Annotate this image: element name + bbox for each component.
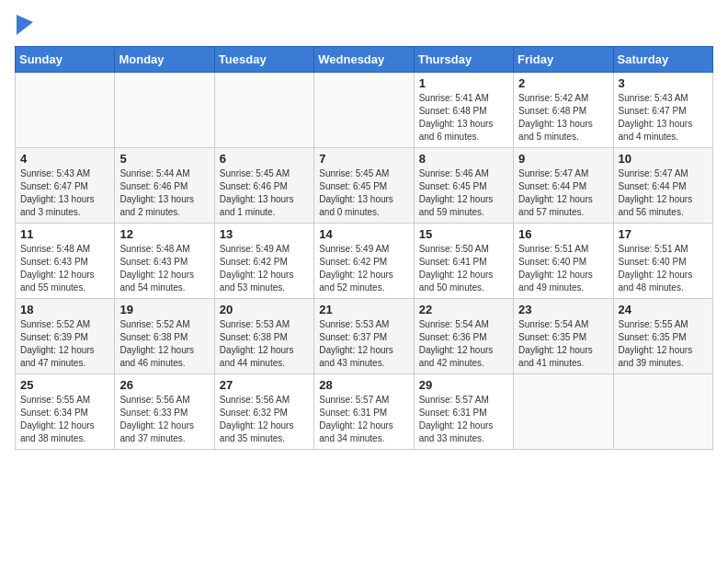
day-number: 15 xyxy=(419,227,508,241)
day-number: 1 xyxy=(419,76,508,90)
day-info: Sunrise: 5:57 AM Sunset: 6:31 PM Dayligh… xyxy=(319,394,408,445)
day-info: Sunrise: 5:55 AM Sunset: 6:34 PM Dayligh… xyxy=(20,394,109,445)
day-info: Sunrise: 5:51 AM Sunset: 6:40 PM Dayligh… xyxy=(518,243,608,294)
day-number: 26 xyxy=(119,378,209,392)
day-info: Sunrise: 5:46 AM Sunset: 6:45 PM Dayligh… xyxy=(419,167,508,219)
page-header xyxy=(15,15,713,35)
calendar-cell: 9Sunrise: 5:47 AM Sunset: 6:44 PM Daylig… xyxy=(514,148,613,224)
day-number: 12 xyxy=(119,227,209,241)
day-number: 20 xyxy=(220,303,309,316)
day-number: 16 xyxy=(518,227,608,241)
day-info: Sunrise: 5:41 AM Sunset: 6:48 PM Dayligh… xyxy=(419,92,508,144)
day-info: Sunrise: 5:55 AM Sunset: 6:35 PM Dayligh… xyxy=(619,318,708,370)
calendar-header-row: SundayMondayTuesdayWednesdayThursdayFrid… xyxy=(16,47,713,73)
day-number: 24 xyxy=(619,303,708,316)
calendar-cell: 13Sunrise: 5:49 AM Sunset: 6:42 PM Dayli… xyxy=(214,224,313,299)
calendar-cell: 15Sunrise: 5:50 AM Sunset: 6:41 PM Dayli… xyxy=(414,224,513,299)
calendar-cell: 6Sunrise: 5:45 AM Sunset: 6:46 PM Daylig… xyxy=(214,148,313,224)
calendar-cell: 1Sunrise: 5:41 AM Sunset: 6:48 PM Daylig… xyxy=(414,73,513,148)
calendar-cell: 24Sunrise: 5:55 AM Sunset: 6:35 PM Dayli… xyxy=(613,299,712,374)
day-info: Sunrise: 5:47 AM Sunset: 6:44 PM Dayligh… xyxy=(518,167,608,219)
day-info: Sunrise: 5:53 AM Sunset: 6:37 PM Dayligh… xyxy=(319,318,408,370)
day-number: 10 xyxy=(619,152,708,166)
day-number: 7 xyxy=(319,152,408,166)
calendar-cell: 12Sunrise: 5:48 AM Sunset: 6:43 PM Dayli… xyxy=(115,224,214,299)
day-info: Sunrise: 5:42 AM Sunset: 6:48 PM Dayligh… xyxy=(518,92,608,144)
day-number: 29 xyxy=(419,378,508,392)
calendar-cell xyxy=(16,73,115,148)
day-number: 6 xyxy=(220,152,309,166)
calendar-cell: 21Sunrise: 5:53 AM Sunset: 6:37 PM Dayli… xyxy=(314,299,414,374)
calendar-cell: 29Sunrise: 5:57 AM Sunset: 6:31 PM Dayli… xyxy=(414,374,513,450)
calendar-cell: 5Sunrise: 5:44 AM Sunset: 6:46 PM Daylig… xyxy=(115,148,214,224)
weekday-header-monday: Monday xyxy=(115,47,214,73)
day-number: 5 xyxy=(119,152,209,166)
day-number: 2 xyxy=(518,76,608,90)
day-number: 22 xyxy=(419,303,508,316)
calendar-cell: 8Sunrise: 5:46 AM Sunset: 6:45 PM Daylig… xyxy=(414,148,513,224)
calendar-cell xyxy=(613,374,712,450)
calendar-cell: 14Sunrise: 5:49 AM Sunset: 6:42 PM Dayli… xyxy=(314,224,414,299)
day-number: 25 xyxy=(20,378,109,392)
day-info: Sunrise: 5:49 AM Sunset: 6:42 PM Dayligh… xyxy=(319,243,408,294)
day-number: 13 xyxy=(220,227,309,241)
day-info: Sunrise: 5:50 AM Sunset: 6:41 PM Dayligh… xyxy=(419,243,508,294)
weekday-header-friday: Friday xyxy=(514,47,613,73)
day-number: 3 xyxy=(619,76,708,90)
day-info: Sunrise: 5:57 AM Sunset: 6:31 PM Dayligh… xyxy=(419,394,508,445)
calendar-cell: 22Sunrise: 5:54 AM Sunset: 6:36 PM Dayli… xyxy=(414,299,513,374)
weekday-header-saturday: Saturday xyxy=(613,47,712,73)
calendar-cell: 2Sunrise: 5:42 AM Sunset: 6:48 PM Daylig… xyxy=(514,73,613,148)
day-info: Sunrise: 5:51 AM Sunset: 6:40 PM Dayligh… xyxy=(619,243,708,294)
day-number: 17 xyxy=(619,227,708,241)
svg-marker-0 xyxy=(17,15,33,35)
day-info: Sunrise: 5:44 AM Sunset: 6:46 PM Dayligh… xyxy=(119,167,209,219)
calendar-cell: 10Sunrise: 5:47 AM Sunset: 6:44 PM Dayli… xyxy=(613,148,712,224)
calendar-cell: 23Sunrise: 5:54 AM Sunset: 6:35 PM Dayli… xyxy=(514,299,613,374)
day-info: Sunrise: 5:54 AM Sunset: 6:36 PM Dayligh… xyxy=(419,318,508,370)
day-number: 21 xyxy=(319,303,408,316)
day-info: Sunrise: 5:52 AM Sunset: 6:39 PM Dayligh… xyxy=(20,318,109,370)
calendar-cell xyxy=(514,374,613,450)
day-number: 27 xyxy=(220,378,309,392)
day-number: 18 xyxy=(20,303,109,316)
calendar-cell: 26Sunrise: 5:56 AM Sunset: 6:33 PM Dayli… xyxy=(115,374,214,450)
calendar-cell xyxy=(115,73,214,148)
calendar-cell: 25Sunrise: 5:55 AM Sunset: 6:34 PM Dayli… xyxy=(16,374,115,450)
calendar-cell: 27Sunrise: 5:56 AM Sunset: 6:32 PM Dayli… xyxy=(214,374,313,450)
day-info: Sunrise: 5:48 AM Sunset: 6:43 PM Dayligh… xyxy=(119,243,209,294)
day-info: Sunrise: 5:56 AM Sunset: 6:33 PM Dayligh… xyxy=(119,394,209,445)
weekday-header-wednesday: Wednesday xyxy=(314,47,414,73)
logo xyxy=(15,15,33,35)
calendar-cell: 3Sunrise: 5:43 AM Sunset: 6:47 PM Daylig… xyxy=(613,73,712,148)
day-info: Sunrise: 5:48 AM Sunset: 6:43 PM Dayligh… xyxy=(20,243,109,294)
day-info: Sunrise: 5:49 AM Sunset: 6:42 PM Dayligh… xyxy=(220,243,309,294)
calendar-week-row: 18Sunrise: 5:52 AM Sunset: 6:39 PM Dayli… xyxy=(16,299,713,374)
calendar-cell xyxy=(214,73,313,148)
day-number: 14 xyxy=(319,227,408,241)
calendar-cell: 17Sunrise: 5:51 AM Sunset: 6:40 PM Dayli… xyxy=(613,224,712,299)
weekday-header-sunday: Sunday xyxy=(16,47,115,73)
calendar-cell: 11Sunrise: 5:48 AM Sunset: 6:43 PM Dayli… xyxy=(16,224,115,299)
day-info: Sunrise: 5:53 AM Sunset: 6:38 PM Dayligh… xyxy=(220,318,309,370)
calendar-week-row: 11Sunrise: 5:48 AM Sunset: 6:43 PM Dayli… xyxy=(16,224,713,299)
day-number: 8 xyxy=(419,152,508,166)
calendar-cell: 28Sunrise: 5:57 AM Sunset: 6:31 PM Dayli… xyxy=(314,374,414,450)
day-info: Sunrise: 5:45 AM Sunset: 6:46 PM Dayligh… xyxy=(220,167,309,219)
calendar-week-row: 1Sunrise: 5:41 AM Sunset: 6:48 PM Daylig… xyxy=(16,73,713,148)
logo-icon xyxy=(17,15,33,35)
day-number: 4 xyxy=(20,152,109,166)
day-info: Sunrise: 5:47 AM Sunset: 6:44 PM Dayligh… xyxy=(619,167,708,219)
day-number: 28 xyxy=(319,378,408,392)
calendar-cell: 19Sunrise: 5:52 AM Sunset: 6:38 PM Dayli… xyxy=(115,299,214,374)
calendar-table: SundayMondayTuesdayWednesdayThursdayFrid… xyxy=(15,46,713,450)
day-info: Sunrise: 5:43 AM Sunset: 6:47 PM Dayligh… xyxy=(619,92,708,144)
calendar-cell: 4Sunrise: 5:43 AM Sunset: 6:47 PM Daylig… xyxy=(16,148,115,224)
day-info: Sunrise: 5:43 AM Sunset: 6:47 PM Dayligh… xyxy=(20,167,109,219)
day-info: Sunrise: 5:54 AM Sunset: 6:35 PM Dayligh… xyxy=(518,318,608,370)
day-info: Sunrise: 5:52 AM Sunset: 6:38 PM Dayligh… xyxy=(119,318,209,370)
calendar-cell: 18Sunrise: 5:52 AM Sunset: 6:39 PM Dayli… xyxy=(16,299,115,374)
day-number: 11 xyxy=(20,227,109,241)
calendar-week-row: 4Sunrise: 5:43 AM Sunset: 6:47 PM Daylig… xyxy=(16,148,713,224)
day-number: 19 xyxy=(119,303,209,316)
